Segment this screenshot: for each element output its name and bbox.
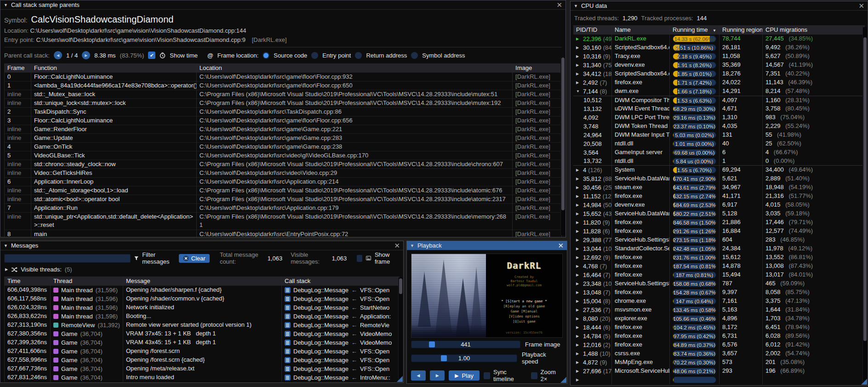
expand-arrow-icon[interactable]: ▶ [576,323,581,332]
expand-arrow-icon[interactable]: ▼ [576,87,581,96]
cpu-process-row[interactable]: 4,092 DWM LPC Port Thread 29.16 ms (0.13… [573,113,865,122]
callstack-list-icon[interactable] [285,322,291,328]
expand-arrow-icon[interactable]: ▶ [576,192,581,201]
message-row[interactable]: 627,831,246ns Game (36,704) Intro menu l… [5,373,399,382]
callstack-frame-row[interactable]: 2 TaskDispatch::Sync C:\Users\wolf\Deskt… [5,108,561,116]
cpu-process-row[interactable]: ▶ 8,080 (20) explorer.exe 105.66 ms (0.4… [573,314,865,323]
callstack-frame-row[interactable]: inline std::_Atomic_storage<bool,1>::loa… [5,186,561,195]
cpu-process-row[interactable]: ▶ 4 (126) System 1.55 s (6.70%) 69,294 [573,166,865,174]
cpu-process-row[interactable]: ▶ 35,812 (88) ServiceHub.DataWarehou 670… [573,174,865,183]
messages-scrollbar[interactable] [398,277,403,381]
message-row[interactable]: 626,833,622ns Main thread (31,596) Booti… [5,312,399,321]
callstack-entry[interactable]: DebugLog::Message [293,339,348,347]
play-button[interactable]: ▶ Play [449,370,480,381]
callstack-frame-row[interactable]: 4 Game::OnTick C:\Users\wolf\Desktop\dar… [5,143,561,151]
message-row[interactable]: 627,313,190ns RemoteView (31,392) Remote… [5,321,399,329]
cpu-process-row[interactable]: 3,748 DWM Token Thread 23.37 ms (0.10%) … [573,122,865,131]
callstack-caller[interactable]: VFS::Open [360,286,389,295]
cpu-table-header[interactable]: PID/TID Name Running time ▼ Running regi… [573,26,865,35]
step-back-button[interactable]: ◀ [411,370,426,381]
cpu-scrollbar[interactable] [862,27,867,383]
expand-arrow-icon[interactable]: ▶ [576,44,581,52]
expand-arrow-icon[interactable]: ▶ [576,70,581,78]
cpu-process-row[interactable]: ▶ 15,652 (43) ServiceHub.DataWarehou 580… [573,209,865,218]
cpu-process-row[interactable]: ▶ 27,696 (17) Microsoft.ServiceHub.Co 48… [573,367,865,375]
cpu-process-row[interactable]: ▶ 14,984 (50) devenv.exe 584.69 ms (2.53… [573,201,865,209]
callstack-window-titlebar[interactable]: ▼ Call stack sample parents ✕ [0,0,565,10]
callstack-caller[interactable]: VFS::Open [360,295,389,303]
cpu-process-row[interactable]: ▶ 2,492 (7) firefox.exe 1.71 s (7.42%) 2… [573,78,865,87]
expand-arrow-icon[interactable]: ▶ [576,201,581,209]
col-pid-tid[interactable]: PID/TID [573,26,612,34]
message-row[interactable]: 606,117,568ns Main thread (31,596) Openi… [5,295,399,303]
step-forward-button[interactable]: ▶ [430,370,445,381]
close-icon[interactable]: ✕ [558,243,564,249]
cpu-process-row[interactable]: ▶ 10,316 (9) Tracy.exe 2.18 s (9.45%) 11… [573,52,865,61]
expand-arrow-icon[interactable]: ▶ [576,219,581,227]
message-row[interactable]: 627,667,736ns Game (36,704) Opening /met… [5,364,399,373]
radio-entry-point[interactable] [311,52,318,59]
cpu-process-row[interactable]: ▶ 30,456 (25) steam.exe 643.61 ms (2.79%… [573,183,865,192]
collapse-triangle-icon[interactable]: ▼ [574,4,578,8]
callstack-frame-row[interactable]: 0 Floor::CalcLightNoLuminance C:\Users\w… [5,73,561,81]
cpu-process-row[interactable]: ▶ 13,044 (10) StandardCollector.Servic 2… [573,244,865,253]
message-row[interactable]: 627,411,606ns Game (36,704) Opening /for… [5,347,399,356]
callstack-entry[interactable]: DebugLog::Message [293,330,348,338]
callstack-list-icon[interactable] [285,305,291,311]
playback-speed-slider[interactable]: 1.00 [411,354,517,362]
radio-symbol-address[interactable] [411,52,418,59]
cpu-process-row[interactable]: ▶ 12,016 (2) firefox.exe 84.89 ms (0.37%… [573,341,865,349]
cpu-process-row[interactable]: ▶ 12,692 (9) firefox.exe 231.76 ms (1.00… [573,253,865,262]
cpu-window-titlebar[interactable]: ▼ CPU data ✕ [571,1,868,11]
slider-thumb[interactable] [441,355,447,361]
callstack-frame-row[interactable]: inline std::atomic<bool>::operator bool … [5,195,561,204]
expand-arrow-icon[interactable]: ▶ [576,227,581,236]
col-running-regions[interactable]: Running regions [720,26,763,34]
message-row[interactable]: 627,380,356ns Game (36,704) VRAM 37x45: … [5,329,399,338]
collapse-triangle-icon[interactable]: ▼ [410,243,414,248]
expand-arrow-icon[interactable]: ▶ [576,306,581,314]
cpu-process-row[interactable]: ▶ 1,488 (10) csrss.exe 83.74 ms (0.36%) … [573,349,865,358]
callstack-frame-row[interactable]: 3 Floor::CalcLightNoLuminance C:\Users\w… [5,116,561,125]
cpu-process-row[interactable]: ▶ 11,820 (9) firefox.exe 346.58 ms (1.50… [573,218,865,227]
messages-scrollbar-thumb[interactable] [399,278,402,294]
callstack-caller[interactable]: RemoteVie [360,321,389,329]
callstack-frame-row[interactable]: inline Video::GetTicksHiRes C:\Users\wol… [5,169,561,178]
callstack-caller[interactable]: Application: [360,312,391,321]
resize-grip[interactable] [560,377,566,383]
cpu-process-row[interactable]: ▶ 4,768 (7) firefox.exe 187.54 ms (0.81%… [573,262,865,271]
next-callstack-button[interactable]: ▶ [82,51,90,59]
callstack-list-icon[interactable] [285,375,291,381]
message-filter-input[interactable] [4,254,131,263]
cpu-process-row[interactable]: 13,732 ntdll.dll 5.84 us (0.00%) 1 [573,157,865,166]
expand-arrow-icon[interactable]: ▶ [576,184,581,192]
callstack-frame-row[interactable]: inline Game::Update C:\Users\wolf\Deskto… [5,134,561,143]
callstack-list-icon[interactable] [285,366,291,372]
callstack-entry[interactable]: DebugLog::Message [293,312,348,321]
cpu-process-row[interactable]: ▶ 30,160 (84) ScriptedSandbox64.exe 2.51… [573,43,865,52]
expand-arrow-icon[interactable]: ▶ [576,332,581,341]
callstack-frame-row[interactable]: inline std::unique_ptr<Application,std::… [5,213,561,230]
callstack-frame-row[interactable]: 5 VideoGLBase::Tick C:\Users\wolf\Deskto… [5,151,561,160]
cpu-process-row[interactable]: ▶ 4,872 (9) MsMpEng.exe 70.22 ms (0.30%)… [573,358,865,367]
expand-arrow-icon[interactable]: ▶ [576,210,581,218]
callstack-caller[interactable]: VFS::Open [360,347,389,356]
callstack-caller[interactable]: IntroMenu:: [360,374,390,382]
cpu-process-row[interactable]: ▶ 22,396 (49) DarkRL.exe 14.33 s (62.06%… [573,35,865,43]
expand-arrow-icon[interactable]: ▶ [576,61,581,69]
callstack-frame-row[interactable]: 6 Application::InnerLoop C:\Users\wolf\D… [5,178,561,186]
cpu-process-row[interactable]: ▶ 18,444 (6) firefox.exe 104.2 ms (0.45%… [573,323,865,332]
col-name[interactable]: Name [612,26,670,34]
expand-arrow-icon[interactable]: ▶ [576,245,581,253]
expand-arrow-icon[interactable]: ▶ [576,289,581,297]
cpu-process-row[interactable]: 24,964 DWM Master Input Thread 5.03 ms (… [573,131,865,139]
cpu-process-row[interactable]: ▶ 16,464 (7) firefox.exe 187 ms (0.81%) … [573,271,865,279]
cpu-scrollbar-thumb[interactable] [863,37,867,341]
callstack-frame-row[interactable]: inline Game::RenderFloor C:\Users\wolf\D… [5,125,561,134]
cpu-process-row[interactable]: ▶ 11,828 (6) firefox.exe 291.26 ms (1.26… [573,227,865,236]
playback-window-titlebar[interactable]: ▼ Playback ✕ [407,241,567,250]
cpu-process-row[interactable]: ▼ 7,144 (8) dwm.exe 1.66 s (7.18%) 14,29… [573,87,865,96]
radio-source-code[interactable] [263,52,269,59]
expand-arrow-icon[interactable]: ▶ [576,236,581,244]
callstack-frame-row[interactable]: inline std::_Mutex_base::lock C:\Program… [5,90,561,99]
